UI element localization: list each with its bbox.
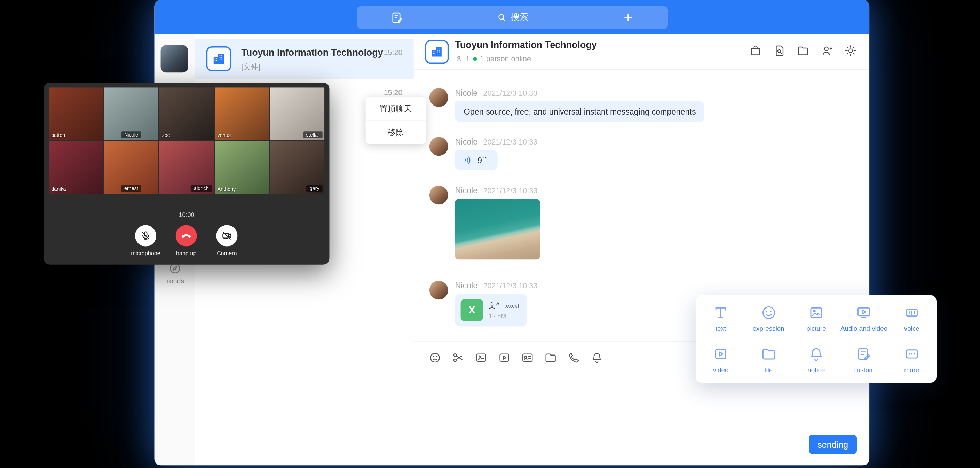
mic-off-icon: [135, 225, 156, 246]
popup-item-audio-video[interactable]: Audio and video: [840, 298, 888, 339]
popup-item-more[interactable]: more: [888, 339, 935, 380]
send-button[interactable]: sending: [809, 434, 857, 454]
sender-avatar[interactable]: [430, 137, 448, 156]
popup-item-voice[interactable]: voice: [888, 298, 935, 339]
top-bar: 搜索 +: [154, 0, 870, 35]
participant-video: venus: [215, 88, 269, 140]
camera-label: Camera: [208, 250, 246, 256]
menu-item-pin-chat[interactable]: 置顶聊天: [366, 97, 426, 120]
rail-item-trends[interactable]: trends: [154, 262, 195, 284]
online-status: 1 person online: [480, 54, 531, 63]
online-dot: [473, 57, 477, 61]
members-manage-icon[interactable]: [821, 45, 833, 57]
popup-label: custom: [853, 366, 875, 374]
input-toolbar: [429, 351, 603, 364]
excel-file-icon: X: [461, 299, 484, 321]
sender-avatar[interactable]: [430, 281, 448, 299]
custom-edit-icon: [856, 346, 872, 362]
camera-toggle[interactable]: Camera: [208, 225, 246, 257]
screen: 搜索 + trends: [0, 0, 980, 468]
trends-label: trends: [154, 277, 195, 285]
popup-item-video[interactable]: video: [697, 339, 745, 380]
participant-name: patton: [51, 133, 65, 138]
audio-video-icon: [856, 305, 872, 321]
image-icon[interactable]: [475, 351, 488, 364]
popup-item-custom[interactable]: custom: [840, 339, 888, 380]
context-menu: 置顶聊天 移除: [366, 97, 426, 144]
sender-name: Nicole: [455, 88, 477, 97]
settings-gear-icon[interactable]: [844, 45, 857, 57]
notice-bell-icon: [808, 346, 824, 362]
chat-title: Tuoyun Information Technology: [455, 39, 597, 50]
popup-label: more: [904, 366, 919, 374]
popup-item-notice[interactable]: notice: [792, 339, 840, 380]
folder-icon[interactable]: [544, 351, 557, 364]
chat-subtitle: 1 1 person online: [455, 54, 531, 63]
picture-icon: [808, 305, 824, 321]
conversation-preview: [文件]: [241, 62, 260, 73]
user-avatar[interactable]: [161, 45, 188, 72]
top-toolbar: 搜索 +: [357, 6, 668, 29]
microphone-toggle[interactable]: microphone: [127, 225, 165, 257]
add-button[interactable]: +: [588, 10, 668, 25]
participant-name: Anthony: [218, 186, 236, 192]
plus-icon: +: [624, 10, 632, 25]
participant-name: ernest: [121, 185, 141, 192]
member-count: 1: [466, 54, 470, 63]
notification-bell-icon[interactable]: [590, 351, 603, 364]
group-icon: [425, 40, 449, 64]
conversation-title: Tuoyun Information Technology: [241, 47, 383, 58]
message-time: 2021/12/3 10:33: [483, 186, 537, 195]
participant-name: venus: [218, 133, 231, 138]
compose-button[interactable]: [357, 11, 437, 24]
emoji-icon[interactable]: [429, 351, 441, 364]
video-call-window: patton Nicole zoe venus stellar danika e…: [44, 83, 329, 265]
hang-up-label: hang up: [167, 250, 205, 256]
screenshot-scissors-icon[interactable]: [452, 351, 464, 364]
participant-name: stellar: [303, 131, 322, 138]
popup-item-text[interactable]: text: [697, 298, 745, 339]
sender-avatar[interactable]: [430, 185, 448, 204]
conversation-time: 15:20: [384, 88, 402, 97]
hang-up-button[interactable]: hang up: [167, 225, 205, 257]
voice-message-bubble[interactable]: 9``: [455, 150, 497, 170]
popup-item-picture[interactable]: picture: [792, 298, 840, 339]
menu-item-remove[interactable]: 移除: [366, 121, 426, 144]
voice-wave-icon: [463, 155, 473, 165]
participant-name: danika: [51, 186, 66, 192]
popup-label: notice: [807, 366, 825, 374]
participant-name: aldrich: [191, 185, 212, 192]
message-file: Nicole 2021/12/3 10:33 X 文件 .excel 12.8M: [430, 281, 537, 326]
participant-video: ernest: [104, 141, 158, 194]
popup-item-expression[interactable]: expression: [745, 298, 792, 339]
participant-video: gary: [270, 141, 325, 194]
popup-label: expression: [753, 324, 784, 332]
popup-label: picture: [807, 324, 826, 332]
popup-label: voice: [904, 324, 920, 332]
contact-card-icon[interactable]: [521, 351, 534, 364]
search-input[interactable]: 搜索: [437, 12, 588, 23]
popup-label: Audio and video: [840, 324, 888, 332]
compose-icon: [390, 11, 404, 24]
voice-duration: 9``: [477, 155, 488, 165]
camera-off-icon: [216, 225, 237, 246]
conversation-item[interactable]: Tuoyun Information Technology [文件] 15:20: [195, 39, 414, 79]
text-icon: [713, 305, 729, 321]
participant-video: zoe: [159, 88, 214, 140]
group-icon: [206, 46, 231, 71]
image-message-thumbnail[interactable]: [455, 199, 540, 259]
members-icon: [455, 55, 463, 63]
message-bubble: Open source, free, and universal instant…: [455, 101, 705, 122]
participant-grid: patton Nicole zoe venus stellar danika e…: [49, 88, 325, 193]
search-history-icon[interactable]: [773, 45, 786, 57]
call-phone-icon[interactable]: [568, 351, 580, 364]
sender-avatar[interactable]: [430, 88, 448, 107]
hang-up-icon: [176, 225, 197, 246]
video-icon[interactable]: [498, 351, 511, 364]
popup-item-file[interactable]: file: [745, 339, 792, 380]
files-icon[interactable]: [797, 45, 810, 57]
announcement-icon[interactable]: [749, 45, 762, 57]
participant-name: gary: [307, 185, 323, 192]
file-message-bubble[interactable]: X 文件 .excel 12.8M: [455, 294, 527, 326]
message-text: Nicole 2021/12/3 10:33 Open source, free…: [430, 88, 705, 122]
